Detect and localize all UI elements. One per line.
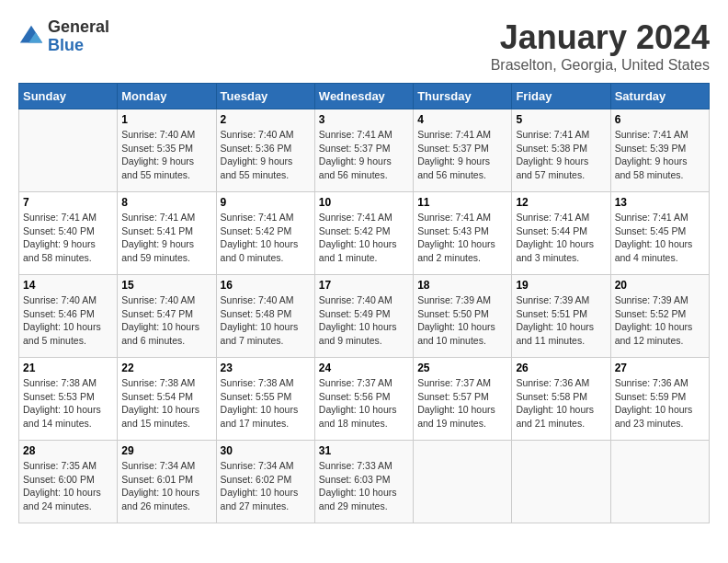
day-info: Sunrise: 7:41 AM Sunset: 5:42 PM Dayligh… bbox=[221, 211, 311, 265]
calendar-table: SundayMondayTuesdayWednesdayThursdayFrid… bbox=[18, 83, 710, 523]
day-number: 22 bbox=[121, 362, 211, 374]
day-info: Sunrise: 7:41 AM Sunset: 5:45 PM Dayligh… bbox=[615, 211, 705, 265]
calendar-cell: 25Sunrise: 7:37 AM Sunset: 5:57 PM Dayli… bbox=[414, 358, 512, 441]
calendar-cell bbox=[610, 441, 709, 523]
title-block: January 2024 Braselton, Georgia, United … bbox=[491, 18, 710, 74]
header-day-tuesday: Tuesday bbox=[216, 84, 314, 109]
calendar-cell: 19Sunrise: 7:39 AM Sunset: 5:51 PM Dayli… bbox=[512, 275, 610, 358]
day-info: Sunrise: 7:41 AM Sunset: 5:39 PM Dayligh… bbox=[615, 128, 705, 182]
header-day-sunday: Sunday bbox=[19, 84, 118, 109]
day-number: 21 bbox=[23, 362, 113, 374]
day-info: Sunrise: 7:40 AM Sunset: 5:47 PM Dayligh… bbox=[121, 293, 211, 348]
day-number: 3 bbox=[319, 113, 409, 126]
header-day-wednesday: Wednesday bbox=[314, 84, 413, 109]
main-title: January 2024 bbox=[491, 18, 710, 57]
day-number: 7 bbox=[23, 196, 113, 209]
calendar-cell: 13Sunrise: 7:41 AM Sunset: 5:45 PM Dayli… bbox=[610, 192, 709, 275]
day-number: 13 bbox=[615, 196, 705, 209]
day-number: 26 bbox=[516, 362, 606, 374]
calendar-cell: 26Sunrise: 7:36 AM Sunset: 5:58 PM Dayli… bbox=[512, 358, 610, 441]
day-number: 1 bbox=[121, 113, 211, 126]
calendar-cell: 11Sunrise: 7:41 AM Sunset: 5:43 PM Dayli… bbox=[414, 192, 512, 275]
day-info: Sunrise: 7:39 AM Sunset: 5:52 PM Dayligh… bbox=[615, 293, 705, 348]
calendar-cell: 27Sunrise: 7:36 AM Sunset: 5:59 PM Dayli… bbox=[610, 358, 709, 441]
day-number: 28 bbox=[23, 444, 113, 457]
calendar-cell: 6Sunrise: 7:41 AM Sunset: 5:39 PM Daylig… bbox=[610, 109, 709, 192]
calendar-cell: 1Sunrise: 7:40 AM Sunset: 5:35 PM Daylig… bbox=[118, 109, 216, 192]
calendar-cell: 24Sunrise: 7:37 AM Sunset: 5:56 PM Dayli… bbox=[314, 358, 413, 441]
day-info: Sunrise: 7:34 AM Sunset: 6:02 PM Dayligh… bbox=[221, 459, 311, 513]
header-day-friday: Friday bbox=[512, 84, 610, 109]
day-info: Sunrise: 7:41 AM Sunset: 5:41 PM Dayligh… bbox=[121, 211, 211, 265]
day-info: Sunrise: 7:36 AM Sunset: 5:59 PM Dayligh… bbox=[615, 376, 705, 431]
week-row-4: 28Sunrise: 7:35 AM Sunset: 6:00 PM Dayli… bbox=[19, 441, 710, 523]
header-day-monday: Monday bbox=[118, 84, 216, 109]
calendar-cell: 30Sunrise: 7:34 AM Sunset: 6:02 PM Dayli… bbox=[216, 441, 314, 523]
day-number: 31 bbox=[319, 444, 409, 457]
day-number: 25 bbox=[417, 362, 507, 374]
calendar-cell: 2Sunrise: 7:40 AM Sunset: 5:36 PM Daylig… bbox=[216, 109, 314, 192]
header-day-thursday: Thursday bbox=[414, 84, 512, 109]
header-day-saturday: Saturday bbox=[610, 84, 709, 109]
calendar-cell: 21Sunrise: 7:38 AM Sunset: 5:53 PM Dayli… bbox=[19, 358, 118, 441]
day-info: Sunrise: 7:41 AM Sunset: 5:44 PM Dayligh… bbox=[516, 211, 606, 265]
day-info: Sunrise: 7:33 AM Sunset: 6:03 PM Dayligh… bbox=[319, 459, 409, 513]
day-info: Sunrise: 7:40 AM Sunset: 5:35 PM Dayligh… bbox=[121, 128, 211, 182]
calendar-cell: 15Sunrise: 7:40 AM Sunset: 5:47 PM Dayli… bbox=[118, 275, 216, 358]
calendar-cell bbox=[414, 441, 512, 523]
day-number: 24 bbox=[319, 362, 409, 374]
day-info: Sunrise: 7:40 AM Sunset: 5:49 PM Dayligh… bbox=[319, 293, 409, 348]
day-info: Sunrise: 7:41 AM Sunset: 5:40 PM Dayligh… bbox=[23, 211, 113, 265]
day-info: Sunrise: 7:41 AM Sunset: 5:43 PM Dayligh… bbox=[417, 211, 507, 265]
calendar-cell: 16Sunrise: 7:40 AM Sunset: 5:48 PM Dayli… bbox=[216, 275, 314, 358]
calendar-cell: 17Sunrise: 7:40 AM Sunset: 5:49 PM Dayli… bbox=[314, 275, 413, 358]
day-number: 4 bbox=[417, 113, 507, 126]
day-number: 27 bbox=[615, 362, 705, 374]
day-info: Sunrise: 7:37 AM Sunset: 5:57 PM Dayligh… bbox=[417, 376, 507, 431]
day-info: Sunrise: 7:41 AM Sunset: 5:37 PM Dayligh… bbox=[319, 128, 409, 182]
calendar-cell: 5Sunrise: 7:41 AM Sunset: 5:38 PM Daylig… bbox=[512, 109, 610, 192]
day-number: 6 bbox=[615, 113, 705, 126]
day-number: 29 bbox=[121, 444, 211, 457]
day-info: Sunrise: 7:40 AM Sunset: 5:36 PM Dayligh… bbox=[221, 128, 311, 182]
day-info: Sunrise: 7:38 AM Sunset: 5:55 PM Dayligh… bbox=[221, 376, 311, 431]
day-number: 17 bbox=[319, 279, 409, 292]
day-info: Sunrise: 7:41 AM Sunset: 5:37 PM Dayligh… bbox=[417, 128, 507, 182]
calendar-cell bbox=[19, 109, 118, 192]
day-info: Sunrise: 7:38 AM Sunset: 5:53 PM Dayligh… bbox=[23, 376, 113, 431]
day-info: Sunrise: 7:40 AM Sunset: 5:46 PM Dayligh… bbox=[23, 293, 113, 348]
day-number: 16 bbox=[221, 279, 311, 292]
calendar-cell: 9Sunrise: 7:41 AM Sunset: 5:42 PM Daylig… bbox=[216, 192, 314, 275]
calendar-cell: 28Sunrise: 7:35 AM Sunset: 6:00 PM Dayli… bbox=[19, 441, 118, 523]
logo-text: General Blue bbox=[48, 18, 109, 55]
logo-blue: Blue bbox=[48, 37, 109, 55]
calendar-cell: 23Sunrise: 7:38 AM Sunset: 5:55 PM Dayli… bbox=[216, 358, 314, 441]
week-row-1: 7Sunrise: 7:41 AM Sunset: 5:40 PM Daylig… bbox=[19, 192, 710, 275]
header-row: SundayMondayTuesdayWednesdayThursdayFrid… bbox=[19, 84, 710, 109]
day-number: 18 bbox=[417, 279, 507, 292]
calendar-cell: 8Sunrise: 7:41 AM Sunset: 5:41 PM Daylig… bbox=[118, 192, 216, 275]
day-number: 14 bbox=[23, 279, 113, 292]
day-info: Sunrise: 7:34 AM Sunset: 6:01 PM Dayligh… bbox=[121, 459, 211, 513]
calendar-cell: 3Sunrise: 7:41 AM Sunset: 5:37 PM Daylig… bbox=[314, 109, 413, 192]
day-number: 12 bbox=[516, 196, 606, 209]
calendar-cell: 29Sunrise: 7:34 AM Sunset: 6:01 PM Dayli… bbox=[118, 441, 216, 523]
calendar-cell: 22Sunrise: 7:38 AM Sunset: 5:54 PM Dayli… bbox=[118, 358, 216, 441]
calendar-cell: 10Sunrise: 7:41 AM Sunset: 5:42 PM Dayli… bbox=[314, 192, 413, 275]
day-number: 2 bbox=[221, 113, 311, 126]
day-number: 10 bbox=[319, 196, 409, 209]
calendar-cell: 12Sunrise: 7:41 AM Sunset: 5:44 PM Dayli… bbox=[512, 192, 610, 275]
day-number: 8 bbox=[121, 196, 211, 209]
calendar-cell: 18Sunrise: 7:39 AM Sunset: 5:50 PM Dayli… bbox=[414, 275, 512, 358]
logo-icon bbox=[18, 24, 44, 50]
day-info: Sunrise: 7:35 AM Sunset: 6:00 PM Dayligh… bbox=[23, 459, 113, 513]
logo: General Blue bbox=[18, 18, 109, 55]
week-row-3: 21Sunrise: 7:38 AM Sunset: 5:53 PM Dayli… bbox=[19, 358, 710, 441]
day-number: 15 bbox=[121, 279, 211, 292]
calendar-cell bbox=[512, 441, 610, 523]
calendar-cell: 31Sunrise: 7:33 AM Sunset: 6:03 PM Dayli… bbox=[314, 441, 413, 523]
calendar-cell: 7Sunrise: 7:41 AM Sunset: 5:40 PM Daylig… bbox=[19, 192, 118, 275]
day-info: Sunrise: 7:39 AM Sunset: 5:51 PM Dayligh… bbox=[516, 293, 606, 348]
day-number: 19 bbox=[516, 279, 606, 292]
day-info: Sunrise: 7:40 AM Sunset: 5:48 PM Dayligh… bbox=[221, 293, 311, 348]
